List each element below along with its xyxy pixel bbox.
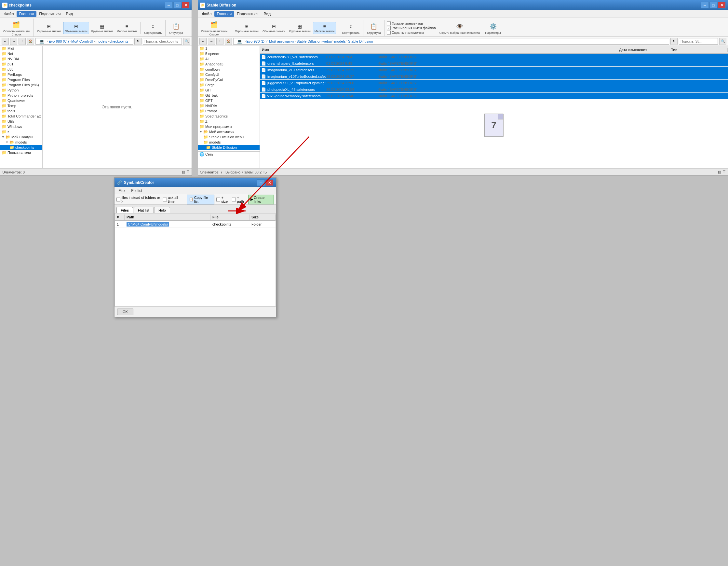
tree-perflogs[interactable]: 📁PerfLogs xyxy=(0,72,42,77)
tree-p31[interactable]: 📁p31 xyxy=(0,61,42,67)
tree-programfiles86[interactable]: 📁Program Files (x86) xyxy=(0,82,42,88)
right-tree-5privet[interactable]: 📁5 привет xyxy=(198,51,260,56)
right-view-tiny-btn[interactable]: ≡ Мелкие значки xyxy=(313,22,336,34)
right-tree-myauto[interactable]: ▼ 📂 Мой автоматик xyxy=(198,129,260,134)
copy-file-list-btn[interactable]: 📋 Copy file list xyxy=(187,195,215,204)
view-toggle-icon[interactable]: ▤ xyxy=(182,170,185,174)
left-bc-models[interactable]: models xyxy=(96,39,107,43)
col-date-header[interactable]: Дата изменения xyxy=(617,48,669,52)
file-row-4[interactable]: 📄 juggernautXL_v9Rdphoto2Lightning.safet… xyxy=(260,80,728,86)
tree-quantower[interactable]: 📁Quantower xyxy=(0,98,42,103)
tree-python-projects[interactable]: 📁Python_projects xyxy=(0,93,42,98)
right-tree-z[interactable]: 📁Z xyxy=(198,119,260,124)
tree-users[interactable]: 📁 Пользователи xyxy=(0,150,42,155)
right-structure-btn[interactable]: 📋 Структура xyxy=(365,20,383,36)
right-tree-nvidia[interactable]: 📁NVIDIA xyxy=(198,103,260,108)
dialog-menu-filelist[interactable]: Filelist xyxy=(128,188,145,194)
dialog-cb-ask-box[interactable] xyxy=(163,197,167,201)
right-sort-btn[interactable]: ↕️ Сортировать xyxy=(340,20,361,36)
right-refresh-btn[interactable]: ↻ xyxy=(670,38,678,45)
tree-windows[interactable]: 📁Windows xyxy=(0,124,42,129)
right-tree-1[interactable]: 📁1 xyxy=(198,46,260,51)
right-menu-share[interactable]: Поделиться xyxy=(234,11,261,17)
left-forward-btn[interactable]: → xyxy=(10,38,17,45)
left-bc-comfy[interactable]: Мой ComfyUI xyxy=(71,39,93,43)
dialog-close-btn[interactable]: ✕ xyxy=(265,179,273,186)
dialog-cb-size[interactable]: + size xyxy=(216,195,230,203)
left-up-btn[interactable]: ↑ xyxy=(19,38,26,45)
left-minimize-btn[interactable]: ─ xyxy=(165,2,173,8)
left-search-input[interactable] xyxy=(143,38,182,45)
tree-utils[interactable]: 📁Utils xyxy=(0,119,42,124)
right-tree-comflowy[interactable]: 📁comflowy xyxy=(198,67,260,72)
right-address-input[interactable]: 💻 › Evo-970 (D:) › Мой автоматик › Stabl… xyxy=(233,38,669,45)
right-bc-sd[interactable]: Stable Diffusion xyxy=(348,39,373,43)
right-view-small-btn[interactable]: ▦ Крупные значки xyxy=(288,22,312,34)
tree-python[interactable]: 📁Python xyxy=(0,88,42,93)
right-nav-area-btn[interactable]: 🗂️ Область навигации Список xyxy=(199,19,229,37)
dialog-cb-ask[interactable]: ask all time xyxy=(163,195,185,203)
left-maximize-btn[interactable]: □ xyxy=(173,2,181,8)
right-bc-models[interactable]: models xyxy=(334,39,345,43)
right-maximize-btn[interactable]: □ xyxy=(709,2,717,8)
right-search-input[interactable] xyxy=(679,38,718,45)
right-cb-hidden[interactable]: Скрытые элементы xyxy=(387,31,436,34)
dialog-tab-flatlist[interactable]: Flat list xyxy=(134,207,154,213)
right-cb-ext[interactable]: Расширения имён файлов xyxy=(387,26,436,30)
right-hide-btn[interactable]: 👁️ Скрыть выбранные элементы xyxy=(438,20,482,36)
col-name-header[interactable]: Имя xyxy=(260,48,617,52)
left-view-tiny-btn[interactable]: ≡ Мелкие значки xyxy=(115,22,139,34)
dialog-cb-path[interactable]: + path xyxy=(232,195,246,203)
file-row-6[interactable]: 📄 v1-5-pruned-emaonly.safetensors 29.02.… xyxy=(260,93,728,99)
right-menu-home[interactable]: Главная xyxy=(214,11,235,17)
left-nav-area-btn[interactable]: 🗂️ Область навигации Список xyxy=(2,19,31,37)
left-structure-btn[interactable]: 📋 Структура xyxy=(168,20,185,36)
right-close-btn[interactable]: ✕ xyxy=(718,2,726,8)
tree-net[interactable]: 📁Net xyxy=(0,51,42,56)
left-close-btn[interactable]: ✕ xyxy=(182,2,190,8)
left-view-large-btn[interactable]: ⊞ Огромные значки xyxy=(35,22,62,34)
right-up-btn[interactable]: ↑ xyxy=(216,38,223,45)
right-view-toggle-icon[interactable]: ▤ xyxy=(718,170,721,174)
right-tree-gitbak[interactable]: 📁Git_bak xyxy=(198,93,260,98)
dialog-tab-files[interactable]: Files xyxy=(116,207,133,213)
right-view-large-btn[interactable]: ⊞ Огромные значки xyxy=(233,22,260,34)
right-cb-hidden-box[interactable] xyxy=(387,31,391,34)
file-row-5[interactable]: 📄 photopediaXL_45.safetensors 29.02.2024… xyxy=(260,86,728,93)
dialog-cb-size-box[interactable] xyxy=(216,197,220,201)
right-bc-drive[interactable]: Evo-970 (D:) xyxy=(246,39,266,43)
right-bc-sdwebui[interactable]: Stable Diffusion webui xyxy=(296,39,332,43)
tree-checkpoints[interactable]: 📁 checkpoints xyxy=(0,145,42,150)
left-view-normal-btn[interactable]: ⊟ Обычные значки xyxy=(63,22,89,34)
right-tree-git[interactable]: 📁GIT xyxy=(198,88,260,93)
right-back-btn[interactable]: ← xyxy=(199,38,207,45)
left-menu-home[interactable]: Главная xyxy=(17,11,37,17)
file-row-0[interactable]: 📄 counterfeitV30_v30.safetensors 01.03.2… xyxy=(260,54,728,60)
right-menu-file[interactable]: Файл xyxy=(199,11,214,17)
dialog-cb-files-box[interactable] xyxy=(116,197,120,201)
tree-midi[interactable]: 📁Midi xyxy=(0,46,42,51)
tree-total-commander[interactable]: 📁Total Commander Ex xyxy=(0,114,42,119)
tree-programfiles[interactable]: 📁Program Files xyxy=(0,77,42,82)
right-home-btn[interactable]: 🏠 xyxy=(225,38,232,45)
col-type-header[interactable]: Тип xyxy=(669,48,728,52)
left-bc-drive[interactable]: Evo-980 (C:) xyxy=(48,39,69,43)
dialog-minimize-btn[interactable]: ─ xyxy=(257,179,265,186)
create-links-btn[interactable]: ▶ Create links xyxy=(248,195,274,204)
right-params-btn[interactable]: ⚙️ Параметры xyxy=(484,20,503,36)
right-cb-flags[interactable]: Флажки элементов xyxy=(387,21,436,25)
tree-p38[interactable]: 📁p38 xyxy=(0,67,42,72)
right-tree-models[interactable]: 📁 models xyxy=(198,140,260,145)
file-row-2[interactable]: 📄 imaginarium_v10.safetensors 29.02.2024… xyxy=(260,67,728,73)
right-cb-flags-box[interactable] xyxy=(387,21,391,25)
right-tree-myprograms[interactable]: 📁Мои программы xyxy=(198,124,260,129)
right-cb-ext-box[interactable] xyxy=(387,26,391,30)
dialog-cb-path-box[interactable] xyxy=(232,197,236,201)
file-row-3[interactable]: 📄 imaginarium_v10TurboBoosted.safetensor… xyxy=(260,73,728,80)
right-minimize-btn[interactable]: ─ xyxy=(701,2,709,8)
right-forward-btn[interactable]: → xyxy=(208,38,215,45)
dialog-tab-help[interactable]: Help xyxy=(154,207,170,213)
left-bc-checkpoints[interactable]: checkpoints xyxy=(110,39,128,43)
right-tree-dearpygui[interactable]: 📁DearPyGui xyxy=(198,77,260,82)
left-sort-btn[interactable]: ↕️ Сортировать xyxy=(142,20,163,36)
